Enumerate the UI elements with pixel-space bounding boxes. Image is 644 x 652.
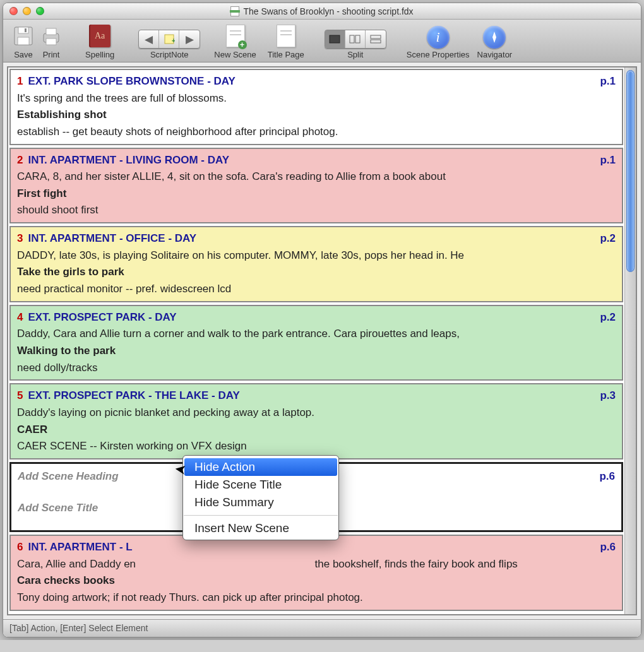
scene-title[interactable]: Walking to the park bbox=[17, 343, 616, 359]
scene-page: p.2 bbox=[600, 310, 616, 326]
titlebar[interactable]: The Swans of Brooklyn - shooting script.… bbox=[3, 3, 641, 20]
spelling-button[interactable]: Aa Spelling bbox=[85, 23, 114, 59]
sceneprops-button[interactable]: i Scene Properties bbox=[407, 26, 470, 59]
scene-title[interactable]: Take the girls to park bbox=[17, 264, 616, 280]
scriptnote-next-button[interactable]: ▶ bbox=[179, 30, 200, 48]
info-icon: i bbox=[427, 26, 450, 49]
scene-heading-placeholder[interactable]: Add Scene Heading bbox=[18, 469, 119, 485]
scene-page: p.1 bbox=[600, 153, 616, 169]
floppy-icon bbox=[11, 23, 36, 49]
svg-rect-6 bbox=[46, 39, 56, 45]
scroll-thumb[interactable] bbox=[626, 70, 635, 272]
scene-summary[interactable]: need practical monitor -- pref. widescre… bbox=[17, 282, 616, 297]
svg-rect-5 bbox=[46, 28, 56, 35]
svg-rect-13 bbox=[371, 40, 381, 43]
context-menu: Hide ActionHide Scene TitleHide SummaryI… bbox=[182, 455, 339, 540]
split-horizontal-button[interactable] bbox=[366, 30, 386, 48]
scene-card[interactable]: 4EXT. PROSPECT PARK - DAYp.2Daddy, Cara … bbox=[9, 305, 623, 381]
scrollbar[interactable] bbox=[624, 68, 636, 614]
dictionary-icon: Aa bbox=[87, 23, 112, 49]
svg-text:+: + bbox=[172, 37, 175, 44]
svg-rect-1 bbox=[18, 27, 28, 33]
svg-rect-3 bbox=[25, 28, 27, 32]
scene-heading[interactable]: INT. APARTMENT - L bbox=[28, 541, 132, 553]
new-page-icon: + bbox=[223, 23, 248, 49]
scene-page: p.1 bbox=[600, 74, 616, 90]
title-page-icon bbox=[273, 23, 299, 49]
scene-summary[interactable]: should shoot first bbox=[17, 203, 616, 218]
scene-summary[interactable]: establish -- get beauty shots of neighbo… bbox=[17, 124, 616, 140]
navigator-button[interactable]: Navigator bbox=[477, 26, 513, 59]
scene-panel: 1EXT. PARK SLOPE BROWNSTONE - DAYp.1It's… bbox=[7, 66, 637, 615]
scene-summary[interactable]: CAER SCENE -- Kirsten working on VFX des… bbox=[17, 439, 616, 454]
scene-number: 1 bbox=[17, 75, 23, 87]
menu-item-hide-scene-title[interactable]: Hide Scene Title bbox=[183, 476, 338, 494]
scene-card[interactable]: 5EXT. PROSPECT PARK - THE LAKE - DAYp.3D… bbox=[9, 383, 623, 459]
newscene-button[interactable]: + New Scene bbox=[214, 23, 256, 59]
svg-rect-12 bbox=[371, 35, 381, 39]
scene-title[interactable]: Cara checks books bbox=[17, 573, 616, 589]
split-single-button[interactable] bbox=[325, 30, 345, 48]
scene-card[interactable]: 6INT. APARTMENT - Lp.6Cara, Allie and Da… bbox=[9, 535, 623, 611]
scene-action[interactable]: CARA, 8, and her sister ALLIE, 4, sit on… bbox=[17, 169, 616, 185]
traffic-lights bbox=[3, 7, 44, 15]
menu-item-insert-new-scene[interactable]: Insert New Scene bbox=[183, 519, 338, 537]
scene-action[interactable]: Cara, Allie and Daddy enXXXXXXXXXXXXXXXX… bbox=[17, 557, 616, 572]
toolbar: Save Print Aa Spelling ◀ + ▶ ScriptNote bbox=[3, 20, 641, 62]
scene-number: 2 bbox=[17, 154, 23, 166]
scene-card[interactable]: 3INT. APARTMENT - OFFICE - DAYp.2DADDY, … bbox=[9, 226, 623, 302]
scene-title[interactable]: Establishing shot bbox=[17, 107, 616, 123]
scene-action[interactable]: DADDY, late 30s, is playing Solitaire on… bbox=[17, 248, 616, 264]
scene-summary[interactable]: need dolly/tracks bbox=[17, 360, 616, 376]
split-group: Split bbox=[325, 30, 386, 59]
scriptnote-segment: ◀ + ▶ bbox=[138, 30, 200, 49]
save-button[interactable]: Save bbox=[11, 23, 36, 59]
scene-page: p.2 bbox=[600, 231, 616, 247]
scene-page: p.3 bbox=[600, 388, 616, 404]
scene-card[interactable]: 1EXT. PARK SLOPE BROWNSTONE - DAYp.1It's… bbox=[9, 69, 623, 145]
svg-rect-11 bbox=[355, 35, 360, 43]
svg-rect-9 bbox=[330, 35, 340, 43]
scene-title[interactable]: CAER bbox=[17, 422, 616, 438]
scene-action[interactable]: Daddy's laying on picnic blanket and pec… bbox=[17, 405, 616, 421]
scene-title[interactable]: First fight bbox=[17, 186, 616, 202]
scriptnote-prev-button[interactable]: ◀ bbox=[139, 30, 159, 48]
svg-rect-2 bbox=[18, 37, 29, 45]
close-button[interactable] bbox=[9, 7, 18, 15]
svg-marker-14 bbox=[492, 32, 496, 43]
scene-number: 6 bbox=[17, 541, 23, 553]
scene-heading[interactable]: EXT. PROSPECT PARK - DAY bbox=[28, 311, 176, 323]
scene-number: 4 bbox=[17, 311, 23, 323]
scriptnote-group: ◀ + ▶ ScriptNote bbox=[138, 30, 200, 59]
printer-icon bbox=[39, 23, 64, 49]
menu-item-hide-action[interactable]: Hide Action bbox=[184, 458, 337, 476]
scene-page: p.6 bbox=[599, 469, 615, 485]
scriptnote-add-button[interactable]: + bbox=[159, 30, 179, 48]
scene-summary[interactable]: Tony doing artwork; if not ready Thurs. … bbox=[17, 590, 616, 606]
scene-heading[interactable]: EXT. PARK SLOPE BROWNSTONE - DAY bbox=[28, 75, 235, 87]
scene-card[interactable]: 2INT. APARTMENT - LIVING ROOM - DAYp.1CA… bbox=[9, 148, 623, 224]
menu-separator bbox=[184, 515, 338, 516]
scene-action[interactable]: It's spring and the trees are full of bl… bbox=[17, 91, 616, 107]
document-icon bbox=[230, 6, 239, 16]
scene-number: 5 bbox=[17, 389, 23, 401]
minimize-button[interactable] bbox=[23, 7, 31, 15]
status-bar: [Tab] Action, [Enter] Select Element bbox=[3, 619, 641, 637]
scene-heading[interactable]: INT. APARTMENT - OFFICE - DAY bbox=[28, 232, 196, 244]
scene-heading[interactable]: EXT. PROSPECT PARK - THE LAKE - DAY bbox=[28, 389, 239, 401]
zoom-button[interactable] bbox=[36, 7, 44, 15]
menu-item-hide-summary[interactable]: Hide Summary bbox=[183, 494, 338, 511]
split-vertical-button[interactable] bbox=[345, 30, 366, 48]
app-window: The Swans of Brooklyn - shooting script.… bbox=[3, 3, 641, 637]
window-title: The Swans of Brooklyn - shooting script.… bbox=[3, 6, 641, 16]
split-segment bbox=[325, 30, 386, 49]
print-button[interactable]: Print bbox=[39, 23, 64, 59]
scene-page: p.6 bbox=[600, 540, 616, 555]
scene-number: 3 bbox=[17, 232, 23, 244]
svg-rect-10 bbox=[350, 35, 354, 43]
compass-icon bbox=[483, 26, 506, 49]
scene-heading[interactable]: INT. APARTMENT - LIVING ROOM - DAY bbox=[28, 154, 229, 166]
scene-action[interactable]: Daddy, Cara and Allie turn a corner and … bbox=[17, 326, 616, 342]
titlepage-button[interactable]: Title Page bbox=[268, 23, 304, 59]
